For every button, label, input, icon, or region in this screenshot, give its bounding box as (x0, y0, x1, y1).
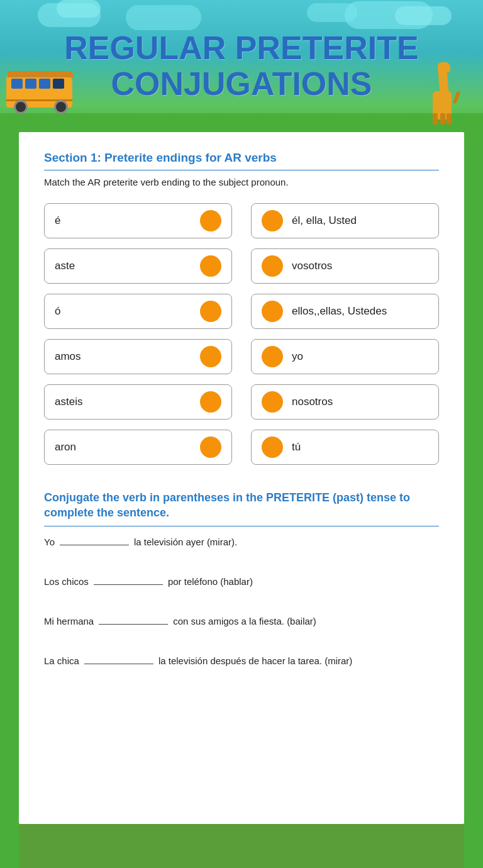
match-label-asteis: asteis (55, 396, 82, 408)
sentence-3-prefix: Mi hermana (44, 611, 94, 632)
bus-illustration (6, 69, 75, 116)
dot-left-2[interactable] (200, 255, 221, 277)
match-left-6[interactable]: aron (44, 430, 232, 465)
sentence-2-blank[interactable] (94, 571, 163, 585)
match-label-el: él, ella, Usted (292, 214, 357, 227)
match-label-vosotros: vosotros (292, 260, 332, 272)
sentence-1: Yo la televisión ayer (mirar). (44, 531, 439, 552)
match-label-aron: aron (55, 441, 76, 453)
match-label-e: é (55, 214, 60, 227)
match-right-4[interactable]: yo (251, 339, 439, 374)
match-right-6[interactable]: tú (251, 430, 439, 465)
sentence-3: Mi hermana con sus amigos a la fiesta. (… (44, 611, 439, 632)
sentence-4-suffix: la televisión después de hacer la tarea.… (158, 650, 352, 671)
sentence-2-prefix: Los chicos (44, 571, 89, 592)
match-left-2[interactable]: aste (44, 248, 232, 284)
right-sidebar-green (464, 132, 483, 868)
section2-title: Conjugate the verb in parentheses in the… (44, 490, 439, 526)
match-right-1[interactable]: él, ella, Usted (251, 203, 439, 238)
dot-left-6[interactable] (200, 437, 221, 458)
match-left-5[interactable]: asteis (44, 384, 232, 420)
dot-right-1[interactable] (262, 210, 283, 231)
dot-left-3[interactable] (200, 301, 221, 322)
match-label-aste: aste (55, 260, 75, 272)
match-label-tu: tú (292, 441, 301, 453)
match-label-o: ó (55, 305, 60, 318)
dot-right-6[interactable] (262, 437, 283, 458)
dot-left-5[interactable] (200, 391, 221, 413)
sentence-4: La chica la televisión después de hacer … (44, 650, 439, 671)
match-label-nosotros: nosotros (292, 396, 333, 408)
sentence-3-suffix: con sus amigos a la fiesta. (bailar) (173, 611, 316, 632)
match-right-5[interactable]: nosotros (251, 384, 439, 420)
main-content: Section 1: Preterite endings for AR verb… (19, 132, 464, 824)
match-left-3[interactable]: ó (44, 294, 232, 329)
sentence-2-suffix: por teléfono (hablar) (168, 571, 253, 592)
sentence-4-prefix: La chica (44, 650, 79, 671)
dot-left-1[interactable] (200, 210, 221, 231)
section1: Section 1: Preterite endings for AR verb… (44, 151, 439, 465)
dot-right-5[interactable] (262, 391, 283, 413)
dot-left-4[interactable] (200, 346, 221, 367)
match-right-3[interactable]: ellos,,ellas, Ustedes (251, 294, 439, 329)
sentence-1-prefix: Yo (44, 531, 55, 552)
dot-right-2[interactable] (262, 255, 283, 277)
cloud-5 (395, 6, 452, 25)
sentence-2: Los chicos por teléfono (hablar) (44, 571, 439, 592)
match-left-4[interactable]: amos (44, 339, 232, 374)
page-title: REGULAR PRETERITE CONJUGATIONS (39, 30, 443, 102)
cloud-3 (126, 5, 201, 30)
sentence-3-blank[interactable] (99, 611, 168, 625)
matching-grid: é él, ella, Usted aste vosotros ó (44, 203, 439, 465)
sentence-1-suffix: la televisión ayer (mirar). (134, 531, 237, 552)
sentence-1-blank[interactable] (60, 531, 129, 545)
section1-instruction: Match the AR preterite verb ending to th… (44, 177, 439, 187)
cloud-2 (57, 0, 101, 18)
match-label-ellos: ellos,,ellas, Ustedes (292, 305, 387, 318)
cloud-6 (307, 3, 357, 22)
giraffe-illustration (426, 63, 461, 120)
match-label-yo: yo (292, 350, 303, 363)
left-sidebar-green (0, 132, 19, 868)
match-label-amos: amos (55, 350, 81, 363)
section2: Conjugate the verb in parentheses in the… (44, 490, 439, 671)
match-left-1[interactable]: é (44, 203, 232, 238)
header: REGULAR PRETERITE CONJUGATIONS (0, 0, 483, 132)
dot-right-4[interactable] (262, 346, 283, 367)
dot-right-3[interactable] (262, 301, 283, 322)
sentence-4-blank[interactable] (84, 650, 153, 664)
match-right-2[interactable]: vosotros (251, 248, 439, 284)
section1-title: Section 1: Preterite endings for AR verb… (44, 151, 439, 170)
